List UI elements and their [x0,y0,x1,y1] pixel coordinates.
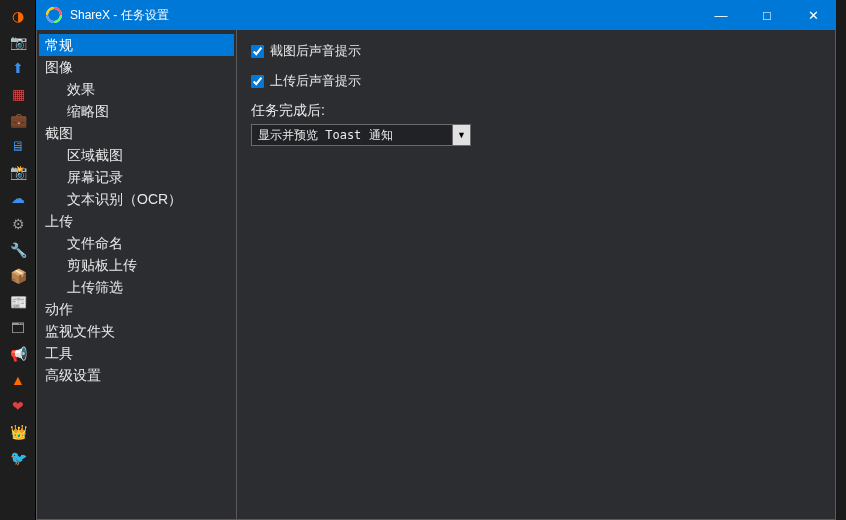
nav-item-15[interactable]: 高级设置 [39,364,234,386]
window-icon[interactable]: 🗔 [0,316,36,340]
briefcase-icon[interactable]: 💼 [0,108,36,132]
after-task-value: 显示并预览 Toast 通知 [251,124,453,146]
nav-item-3[interactable]: 缩略图 [39,100,234,122]
dropdown-arrow-icon[interactable]: ▼ [453,124,471,146]
cloud-icon[interactable]: ☁ [0,186,36,210]
box-icon[interactable]: 📦 [0,264,36,288]
camera-icon[interactable]: 📸 [0,160,36,184]
nav-item-11[interactable]: 上传筛选 [39,276,234,298]
screen-icon[interactable]: 🖥 [0,134,36,158]
nav-item-9[interactable]: 文件命名 [39,232,234,254]
nav-item-12[interactable]: 动作 [39,298,234,320]
nav-item-5[interactable]: 区域截图 [39,144,234,166]
nav-item-7[interactable]: 文本识别（OCR） [39,188,234,210]
nav-item-1[interactable]: 图像 [39,56,234,78]
after-task-label: 任务完成后: [251,102,821,120]
upload-sound-checkbox[interactable] [251,75,264,88]
horn-icon[interactable]: 📢 [0,342,36,366]
nav-item-4[interactable]: 截图 [39,122,234,144]
capture-sound-checkbox-row[interactable]: 截图后声音提示 [251,42,821,60]
minimize-button[interactable]: — [698,0,744,30]
capture-sound-label: 截图后声音提示 [270,42,361,60]
capture-icon[interactable]: 📷 [0,30,36,54]
settings-content-general: 截图后声音提示 上传后声音提示 任务完成后: 显示并预览 Toast 通知 ▼ [237,30,835,519]
crown-icon[interactable]: 👑 [0,420,36,444]
nav-item-2[interactable]: 效果 [39,78,234,100]
grid-icon[interactable]: ▦ [0,82,36,106]
settings-nav-tree: 常规图像效果缩略图截图区域截图屏幕记录文本识别（OCR）上传文件命名剪贴板上传上… [37,30,237,519]
cone-icon[interactable]: ▲ [0,368,36,392]
upload-icon[interactable]: ⬆ [0,56,36,80]
right-gutter [836,0,846,520]
after-task-dropdown[interactable]: 显示并预览 Toast 通知 ▼ [251,124,471,146]
titlebar: ShareX - 任务设置 — □ ✕ [36,0,836,30]
close-button[interactable]: ✕ [790,0,836,30]
window-title: ShareX - 任务设置 [70,7,698,24]
upload-sound-checkbox-row[interactable]: 上传后声音提示 [251,72,821,90]
twitter-icon[interactable]: 🐦 [0,446,36,470]
nav-item-13[interactable]: 监视文件夹 [39,320,234,342]
nav-item-6[interactable]: 屏幕记录 [39,166,234,188]
nav-item-0[interactable]: 常规 [39,34,234,56]
gear-icon[interactable]: ⚙ [0,212,36,236]
upload-sound-label: 上传后声音提示 [270,72,361,90]
nav-item-14[interactable]: 工具 [39,342,234,364]
nav-item-10[interactable]: 剪贴板上传 [39,254,234,276]
capture-sound-checkbox[interactable] [251,45,264,58]
news-icon[interactable]: 📰 [0,290,36,314]
nav-item-8[interactable]: 上传 [39,210,234,232]
heart-icon[interactable]: ❤ [0,394,36,418]
tools-icon[interactable]: 🔧 [0,238,36,262]
maximize-button[interactable]: □ [744,0,790,30]
sharex-logo[interactable]: ◑ [0,4,36,28]
app-side-toolbar: ◑📷⬆▦💼🖥📸☁⚙🔧📦📰🗔📢▲❤👑🐦 [0,0,36,520]
sharex-logo-icon [46,7,62,23]
